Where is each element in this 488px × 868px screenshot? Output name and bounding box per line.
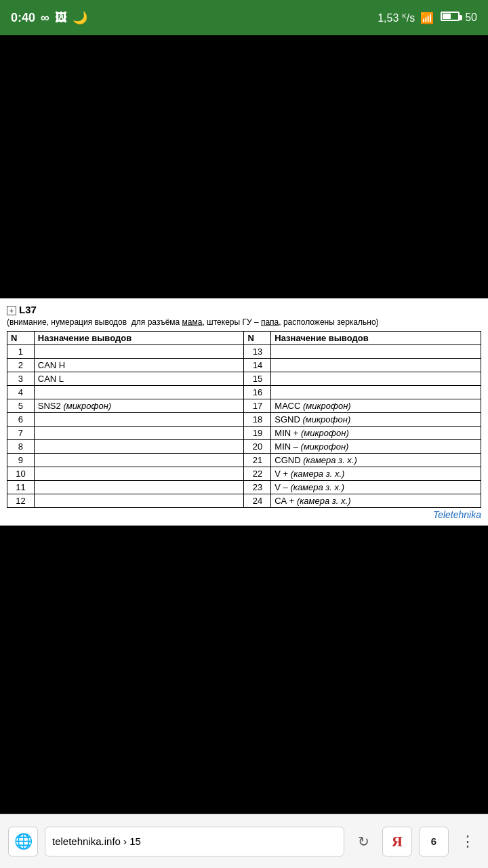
status-time: 0:40 <box>11 11 35 25</box>
cell-n2: 21 <box>244 453 271 467</box>
network-speed: 1,53 ᴷ/s <box>378 12 415 24</box>
tabs-button[interactable]: 6 <box>419 827 449 856</box>
more-menu-button[interactable]: ⋮ <box>455 829 480 854</box>
cell-n1: 7 <box>7 426 35 439</box>
cell-n1: 10 <box>7 467 35 480</box>
cell-desc1 <box>34 412 244 426</box>
cell-desc2 <box>271 344 481 358</box>
cell-n1: 1 <box>7 344 35 358</box>
bottom-black-area <box>0 542 488 800</box>
cell-desc2 <box>271 372 481 385</box>
cell-desc2: MIN – (микрофон) <box>271 439 481 453</box>
cell-n2: 19 <box>244 426 271 439</box>
cell-n2: 15 <box>244 372 271 385</box>
table-row: 719MIN + (микрофон) <box>7 426 481 439</box>
cell-n2: 24 <box>244 494 271 507</box>
cell-desc1: SNS2 (микрофон) <box>34 399 244 412</box>
url-text: teletehnika.info › 15 <box>52 835 141 847</box>
cell-n1: 2 <box>7 358 35 372</box>
cell-n1: 4 <box>7 385 35 399</box>
table-row: 2CAN H14 <box>7 358 481 372</box>
battery-percent: 50 <box>465 12 477 24</box>
cell-desc1 <box>34 494 244 507</box>
cell-desc1 <box>34 467 244 480</box>
table-row: 416 <box>7 385 481 399</box>
table-row: 1224СА + (камера з. х.) <box>7 494 481 507</box>
cell-desc2: MIN + (микрофон) <box>271 426 481 439</box>
cell-n2: 23 <box>244 480 271 494</box>
browser-bar: 🌐 teletehnika.info › 15 ↻ Я 6 ⋮ <box>0 814 488 868</box>
col-header-n2: N <box>244 331 271 344</box>
moon-icon: 🌙 <box>73 10 87 25</box>
cell-desc2: МАСС (микрофон) <box>271 399 481 412</box>
table-row: 5SNS2 (микрофон)17МАСС (микрофон) <box>7 399 481 412</box>
cell-desc2 <box>271 358 481 372</box>
cell-n2: 22 <box>244 467 271 480</box>
table-header-row: N Назначение выводов N Назначение выводо… <box>7 331 481 344</box>
table-row: 921CGND (камера з. х.) <box>7 453 481 467</box>
battery-fill <box>443 14 451 19</box>
cell-n2: 20 <box>244 439 271 453</box>
cell-desc1 <box>34 344 244 358</box>
table-row: 3CAN L15 <box>7 372 481 385</box>
cell-n2: 17 <box>244 399 271 412</box>
cell-n2: 18 <box>244 412 271 426</box>
table-body: 1132CAN H143CAN L154165SNS2 (микрофон)17… <box>7 344 481 507</box>
pin-table: N Назначение выводов N Назначение выводо… <box>7 331 481 508</box>
cell-desc2: V – (камера з. х.) <box>271 480 481 494</box>
yandex-button[interactable]: Я <box>382 827 412 856</box>
table-note: (внимание, нумерация выводов для разъёма… <box>7 317 481 328</box>
table-title: +L37 <box>7 304 481 315</box>
status-left: 0:40 ∞ 🖼 🌙 <box>11 10 87 25</box>
cell-desc2 <box>271 385 481 399</box>
cell-n1: 3 <box>7 372 35 385</box>
col-header-desc1: Назначение выводов <box>34 331 244 344</box>
table-row: 1022V + (камера з. х.) <box>7 467 481 480</box>
cell-desc2: SGND (микрофон) <box>271 412 481 426</box>
table-row: 1123V – (камера з. х.) <box>7 480 481 494</box>
cell-desc2: V + (камера з. х.) <box>271 467 481 480</box>
battery-icon-wrapper <box>439 12 460 24</box>
top-black-area <box>0 35 488 298</box>
cell-n1: 11 <box>7 480 35 494</box>
table-row: 113 <box>7 344 481 358</box>
cell-n2: 13 <box>244 344 271 358</box>
table-row: 618SGND (микрофон) <box>7 412 481 426</box>
cell-n2: 16 <box>244 385 271 399</box>
cell-desc1 <box>34 426 244 439</box>
cell-desc1 <box>34 385 244 399</box>
cell-desc2: СА + (камера з. х.) <box>271 494 481 507</box>
content-area: +L37 (внимание, нумерация выводов для ра… <box>0 298 488 526</box>
status-right: 1,53 ᴷ/s 📶 50 <box>378 12 477 24</box>
cell-n1: 8 <box>7 439 35 453</box>
cell-desc2: CGND (камера з. х.) <box>271 453 481 467</box>
cell-desc1 <box>34 480 244 494</box>
col-header-n1: N <box>7 331 35 344</box>
url-bar[interactable]: teletehnika.info › 15 <box>45 827 344 856</box>
expand-icon[interactable]: + <box>7 306 16 315</box>
cell-n1: 6 <box>7 412 35 426</box>
cell-n1: 5 <box>7 399 35 412</box>
globe-icon-button[interactable]: 🌐 <box>8 827 38 856</box>
refresh-button[interactable]: ↻ <box>351 829 375 854</box>
table-row: 820MIN – (микрофон) <box>7 439 481 453</box>
battery-icon <box>441 12 460 21</box>
tabs-count: 6 <box>431 835 436 847</box>
cell-desc1: CAN H <box>34 358 244 372</box>
infinity-icon: ∞ <box>41 11 49 25</box>
status-bar: 0:40 ∞ 🖼 🌙 1,53 ᴷ/s 📶 50 <box>0 0 488 35</box>
cell-n1: 12 <box>7 494 35 507</box>
cell-n2: 14 <box>244 358 271 372</box>
cell-n1: 9 <box>7 453 35 467</box>
cell-desc1 <box>34 453 244 467</box>
col-header-desc2: Назначение выводов <box>271 331 481 344</box>
image-icon: 🖼 <box>55 11 67 25</box>
signal-icon: 📶 <box>420 12 434 24</box>
cell-desc1 <box>34 439 244 453</box>
watermark: Teletehnika <box>7 508 481 520</box>
cell-desc1: CAN L <box>34 372 244 385</box>
